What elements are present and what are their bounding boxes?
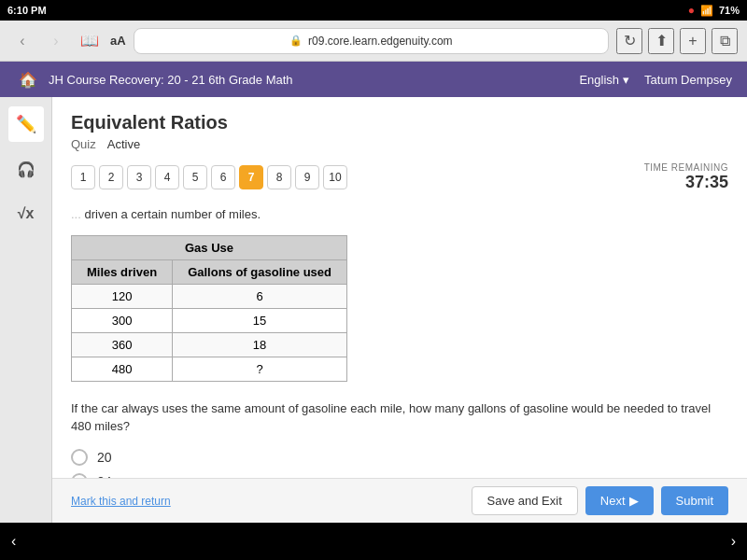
browser-actions: ↻ ⬆ + ⧉ [616,28,738,54]
quiz-meta: Quiz Active [71,137,728,151]
next-label: Next [600,494,626,508]
gallons-cell: 6 [173,284,347,308]
device-bottom-bar: ‹ › [0,523,747,560]
miles-cell: 360 [72,332,173,357]
mark-return-link[interactable]: Mark this and return [71,495,171,508]
col1-header: Miles driven [72,259,173,284]
submit-button[interactable]: Submit [661,486,728,515]
refresh-button[interactable]: ↻ [616,28,642,54]
question-number-1[interactable]: 1 [71,165,95,189]
miles-cell: 120 [72,284,173,308]
reader-button[interactable]: aA [110,34,126,48]
question-number-8[interactable]: 8 [267,165,291,189]
home-button[interactable]: 🏠 [15,66,41,92]
chevron-down-icon: ▾ [623,73,629,87]
quiz-title: Equivalent Ratios [71,112,728,133]
top-nav: 🏠 JH Course Recovery: 20 - 21 6th Grade … [0,62,747,97]
language-label: English [579,73,619,87]
intro-text: driven a certain number of miles. [84,207,261,221]
question-nav: 12345678910 TIME REMAINING 37:35 [71,162,728,192]
question-number-5[interactable]: 5 [183,165,207,189]
miles-cell: 480 [72,357,173,381]
gallons-cell: ? [173,357,347,381]
bottom-bar: Mark this and return Save and Exit Next … [52,478,747,523]
back-button[interactable]: ‹ [9,28,35,54]
battery-percent: 71% [719,5,740,16]
device-left-arrow[interactable]: ‹ [11,533,16,550]
question-numbers: 12345678910 [71,165,347,189]
language-selector[interactable]: English ▾ [579,73,629,87]
table-row: 1206 [72,284,347,308]
bottom-buttons: Save and Exit Next ▶ Submit [472,486,728,515]
col2-header: Gallons of gasoline used [173,259,347,284]
sidebar: ✏️ 🎧 √x [0,97,52,560]
audio-tool-button[interactable]: 🎧 [8,151,44,187]
table-row: 36018 [72,332,347,357]
question-number-10[interactable]: 10 [323,165,347,189]
timer-label: TIME REMAINING [644,162,728,173]
next-arrow-icon: ▶ [629,494,639,508]
gas-table-container: Gas Use Miles driven Gallons of gasoline… [71,235,347,382]
miles-cell: 300 [72,308,173,332]
save-exit-button[interactable]: Save and Exit [472,486,578,515]
gas-table: Gas Use Miles driven Gallons of gasoline… [71,235,347,382]
course-title: JH Course Recovery: 20 - 21 6th Grade Ma… [49,73,579,87]
pencil-tool-button[interactable]: ✏️ [8,106,44,142]
question-number-7[interactable]: 7 [239,165,263,189]
status-icons: ● 📶 71% [688,4,740,17]
bookmarks-button[interactable]: 📖 [77,28,103,54]
status-time: 6:10 PM [7,5,47,16]
tabs-button[interactable]: ⧉ [712,28,738,54]
question-intro: ... driven a certain number of miles. [71,205,728,224]
add-tab-button[interactable]: + [680,28,706,54]
gallons-cell: 18 [173,332,347,357]
device-right-arrow[interactable]: › [731,533,736,550]
table-title: Gas Use [72,235,347,259]
choice-label-20: 20 [97,450,112,465]
quiz-type: Quiz [71,137,96,151]
question-number-6[interactable]: 6 [211,165,235,189]
next-button[interactable]: Next ▶ [585,486,654,515]
timer-value: 37:35 [644,173,728,192]
quiz-header: Equivalent Ratios Quiz Active [71,112,728,151]
answer-choice-20[interactable]: 20 [71,449,728,466]
lock-icon: 🔒 [289,35,303,47]
url-display: r09.core.learn.edgenuity.com [308,35,453,48]
radio-button-20[interactable] [71,449,88,466]
forward-button[interactable]: › [43,28,69,54]
main-question: If the car always uses the same amount o… [71,399,728,436]
time-remaining: TIME REMAINING 37:35 [644,162,728,192]
user-name: Tatum Dempsey [644,73,732,87]
question-number-3[interactable]: 3 [127,165,151,189]
wifi-icon: 📶 [700,5,713,17]
table-row: 30015 [72,308,347,332]
question-number-4[interactable]: 4 [155,165,179,189]
table-row: 480? [72,357,347,381]
share-button[interactable]: ⬆ [648,28,674,54]
address-bar[interactable]: 🔒 r09.core.learn.edgenuity.com [134,28,609,54]
question-number-9[interactable]: 9 [295,165,319,189]
time-display: 6:10 PM [7,5,47,16]
calculator-tool-button[interactable]: √x [8,196,44,231]
browser-chrome: ‹ › 📖 aA 🔒 r09.core.learn.edgenuity.com … [0,21,747,62]
record-icon: ● [688,4,695,17]
status-bar: 6:10 PM ● 📶 71% [0,0,747,21]
quiz-status: Active [107,137,140,151]
question-number-2[interactable]: 2 [99,165,123,189]
gallons-cell: 15 [173,308,347,332]
